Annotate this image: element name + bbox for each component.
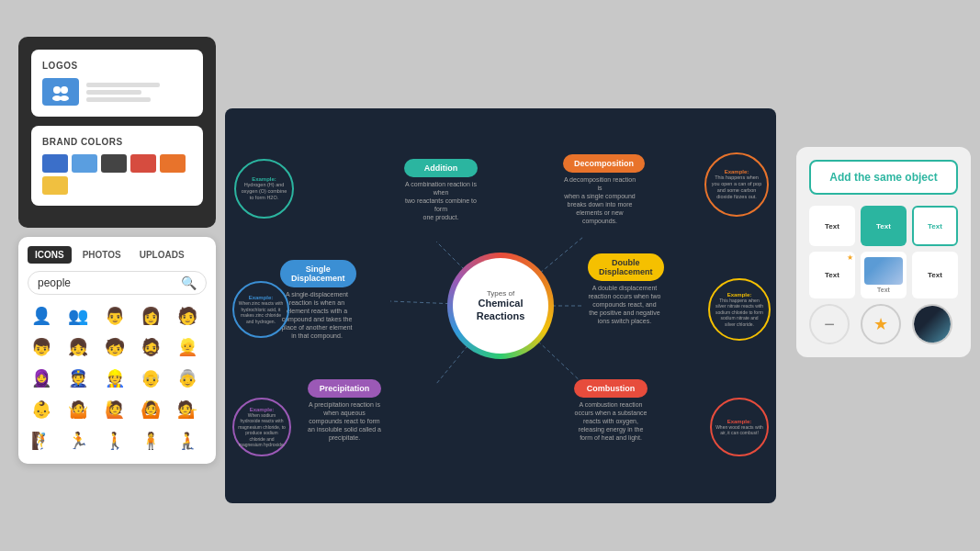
node-addition: Addition A combination reaction is whent… <box>404 159 478 221</box>
example-decomp-text: This happens when you open a can of pop … <box>711 174 762 201</box>
icon-cell[interactable]: 💁 <box>174 396 201 423</box>
icon-cell[interactable]: 🙋 <box>101 396 129 423</box>
right-bottom-row: − ★ <box>809 304 958 344</box>
example-precipitation: Example: When sodium hydroxide reacts wi… <box>232 398 291 456</box>
icon-cell[interactable]: 👶 <box>28 396 55 423</box>
icon-cell[interactable]: 👨 <box>101 302 129 330</box>
icon-cell[interactable]: 👧 <box>64 333 92 361</box>
tab-icons[interactable]: ICONS <box>28 246 72 264</box>
example-combustion: Example: When wood reacts with air, it c… <box>710 398 769 456</box>
center-circle: Types of ChemicalReactions <box>453 258 548 354</box>
logos-section: LOGOS <box>31 50 203 117</box>
right-grid-row2: ★ Text Text Text <box>809 252 958 298</box>
color-swatch <box>42 176 68 195</box>
cell-img-label: Text <box>877 287 890 293</box>
add-same-object-button[interactable]: Add the same object <box>809 160 958 195</box>
logo-row <box>42 78 192 106</box>
search-input[interactable] <box>38 276 181 289</box>
icon-cell[interactable]: 👷 <box>101 365 129 392</box>
icon-cell[interactable]: 🧑 <box>174 302 201 330</box>
addition-label: Addition <box>404 159 478 177</box>
svg-point-1 <box>61 86 68 94</box>
node-decomposition: Decomposition A decomposition reaction i… <box>563 154 645 226</box>
node-single: SingleDisplacement A single-displacement… <box>280 260 356 341</box>
single-label: SingleDisplacement <box>280 260 356 287</box>
example-precip-text: When sodium hydroxide reacts with magnes… <box>238 412 286 448</box>
right-panel: Add the same object Text Text Text ★ Tex… <box>796 147 971 357</box>
right-cell-teal1[interactable]: Text <box>861 206 907 246</box>
example-double: Example: This happens when silver nitrat… <box>708 278 771 341</box>
example-single-text: When zinc reacts with hydrochloric acid,… <box>238 300 284 324</box>
cell-outline-label: Text <box>928 222 942 231</box>
example-addition: Example: Hydrogen (H) and oxygen (O) com… <box>234 159 294 219</box>
right-circle-star[interactable]: ★ <box>861 304 901 344</box>
icon-cell[interactable]: 🏃 <box>64 427 92 455</box>
cell-text2-label: Text <box>825 271 839 279</box>
cell-text-label: Text <box>825 222 839 231</box>
right-cell-text1[interactable]: Text <box>809 206 855 246</box>
single-text: A single-displacement reaction is when a… <box>280 290 354 341</box>
icon-cell[interactable]: 👩 <box>137 302 164 330</box>
logo-lines <box>86 83 160 102</box>
icons-panel: ICONS PHOTOS UPLOADS 🔍 👤👥👨👩🧑👦👧🧒🧔👱🧕👮👷👴👵👶🤷… <box>18 237 216 464</box>
node-precipitation: Precipitation A precipitation reaction i… <box>308 379 381 442</box>
tab-uploads[interactable]: UPLOADS <box>132 246 192 264</box>
example-single: Example: When zinc reacts with hydrochlo… <box>232 281 289 338</box>
icon-cell[interactable]: 🧔 <box>137 333 164 361</box>
brand-colors-label: BRAND COLORS <box>42 137 192 147</box>
example-decomposition: Example: This happens when you open a ca… <box>704 152 769 217</box>
icon-cell[interactable]: 🧒 <box>101 333 129 361</box>
cell-text3-label: Text <box>928 271 942 279</box>
main-canvas: .dash-line { stroke: #4a6a8a; stroke-wid… <box>225 108 776 503</box>
search-button[interactable]: 🔍 <box>181 276 197 290</box>
cell-teal-label: Text <box>876 222 891 231</box>
right-cell-img[interactable]: Text <box>861 252 907 298</box>
right-cell-text3[interactable]: Text <box>912 252 958 298</box>
logo-svg <box>48 82 73 102</box>
svg-point-0 <box>53 86 61 94</box>
tabs-row: ICONS PHOTOS UPLOADS <box>28 246 207 264</box>
icon-cell[interactable]: 🧗 <box>28 427 55 455</box>
combustion-label: Combustion <box>574 379 648 398</box>
logo-line <box>86 97 151 102</box>
brand-colors-section: BRAND COLORS <box>31 126 203 206</box>
icon-cell[interactable]: 🧍 <box>137 427 164 455</box>
svg-point-3 <box>60 96 69 101</box>
icon-cell[interactable]: 👵 <box>174 365 201 392</box>
addition-text: A combination reaction is whentwo reacta… <box>404 180 478 221</box>
example-double-text: This happens when silver nitrate reacts … <box>715 298 764 328</box>
logo-line <box>86 83 160 87</box>
right-circle-minus[interactable]: − <box>809 304 850 344</box>
example-addition-text: Hydrogen (H) and oxygen (O) combine to f… <box>241 182 287 201</box>
right-grid-row1: Text Text Text <box>809 206 958 246</box>
right-cell-text-outline2[interactable]: ★ Text <box>809 252 855 298</box>
icon-cell[interactable]: 👥 <box>64 302 92 330</box>
node-combustion: Combustion A combustion reaction occurs … <box>574 379 648 442</box>
star-badge: ★ <box>847 253 853 262</box>
precipitation-label: Precipitation <box>308 379 381 398</box>
icon-cell[interactable]: 🙆 <box>137 396 164 423</box>
icon-cell[interactable]: 🤷 <box>64 396 92 423</box>
circle-image <box>914 304 951 344</box>
tab-photos[interactable]: PHOTOS <box>75 246 129 264</box>
icon-cell[interactable]: 👤 <box>28 302 55 330</box>
icon-cell[interactable]: 🚶 <box>101 427 129 455</box>
right-cell-teal-outline[interactable]: Text <box>912 206 958 246</box>
minus-symbol: − <box>824 315 835 333</box>
example-comb-text: When wood reacts with air, it can combus… <box>715 424 763 436</box>
color-swatch <box>42 154 68 173</box>
logo-line <box>86 90 141 95</box>
icon-cell[interactable]: 🧎 <box>174 427 201 455</box>
brand-colors-row <box>42 154 192 195</box>
icon-cell[interactable]: 🧕 <box>28 365 55 392</box>
color-swatch <box>101 154 127 173</box>
color-swatch <box>160 154 186 173</box>
logo-icon <box>42 78 79 106</box>
icon-cell[interactable]: 👴 <box>137 365 164 392</box>
double-label: DoubleDisplacement <box>588 253 664 281</box>
icon-cell[interactable]: 👮 <box>64 365 92 392</box>
right-circle-image[interactable] <box>912 304 952 344</box>
cell-image <box>864 257 903 285</box>
icon-cell[interactable]: 👱 <box>174 333 201 361</box>
icon-cell[interactable]: 👦 <box>28 333 55 361</box>
